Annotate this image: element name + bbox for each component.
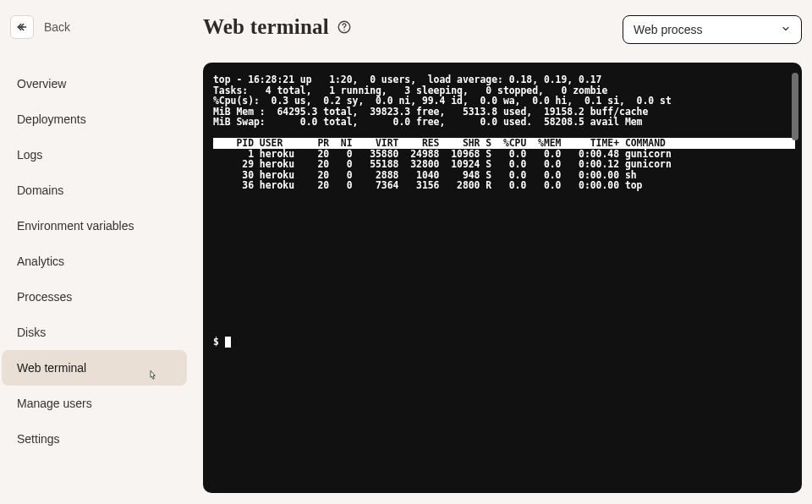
sidebar-item-overview[interactable]: Overview [2,66,187,101]
term-summary-line: MiB Swap: 0.0 total, 0.0 free, 0.0 used.… [213,117,795,128]
sidebar-item-settings[interactable]: Settings [2,421,187,457]
sidebar-item-domains[interactable]: Domains [2,173,187,208]
term-summary-line: %Cpu(s): 0.3 us, 0.2 sy, 0.0 ni, 99.4 id… [213,96,795,107]
sidebar-item-label: Domains [17,184,63,197]
sidebar-item-manage-users[interactable]: Manage users [2,386,187,421]
sidebar-item-processes[interactable]: Processes [2,279,187,315]
process-dropdown-label: Web process [634,23,702,36]
help-icon[interactable] [336,19,353,36]
svg-point-3 [343,30,344,30]
prompt-symbol: $ [213,336,225,348]
chevron-down-icon [781,23,791,36]
page-title: Web terminal [203,15,329,39]
sidebar: Overview Deployments Logs Domains Enviro… [0,66,190,457]
sidebar-item-label: Environment variables [17,219,134,233]
process-dropdown[interactable]: Web process [623,15,802,44]
sidebar-item-label: Web terminal [17,361,86,375]
sidebar-item-label: Deployments [17,112,86,126]
sidebar-item-env-vars[interactable]: Environment variables [2,208,187,244]
back-arrow-icon [10,15,34,39]
sidebar-item-disks[interactable]: Disks [2,315,187,350]
terminal-prompt[interactable]: $ _ [213,337,231,348]
sidebar-item-web-terminal[interactable]: Web terminal [2,350,187,386]
sidebar-item-label: Overview [17,77,66,90]
term-header-row: PID USER PR NI VIRT RES SHR S %CPU %MEM … [213,138,795,149]
term-process-row: 36 heroku 20 0 7364 3156 2800 R 0.0 0.0 … [213,180,795,191]
sidebar-item-label: Analytics [17,255,64,268]
sidebar-item-label: Disks [17,326,46,339]
sidebar-item-label: Settings [17,432,60,446]
topbar: Back Web terminal Web process [0,0,812,54]
sidebar-item-label: Manage users [17,397,92,410]
terminal-scrollbar[interactable] [792,73,798,140]
sidebar-item-analytics[interactable]: Analytics [2,244,187,279]
terminal-panel[interactable]: top - 16:28:21 up 1:20, 0 users, load av… [203,63,802,493]
cursor-icon: _ [225,337,231,348]
sidebar-item-deployments[interactable]: Deployments [2,101,187,137]
back-label: Back [44,20,70,34]
term-summary-line: top - 16:28:21 up 1:20, 0 users, load av… [213,74,795,85]
sidebar-item-label: Logs [17,148,42,162]
page-header: Web terminal [203,15,353,39]
sidebar-item-logs[interactable]: Logs [2,137,187,173]
sidebar-item-label: Processes [17,290,72,304]
back-button[interactable]: Back [10,15,70,39]
